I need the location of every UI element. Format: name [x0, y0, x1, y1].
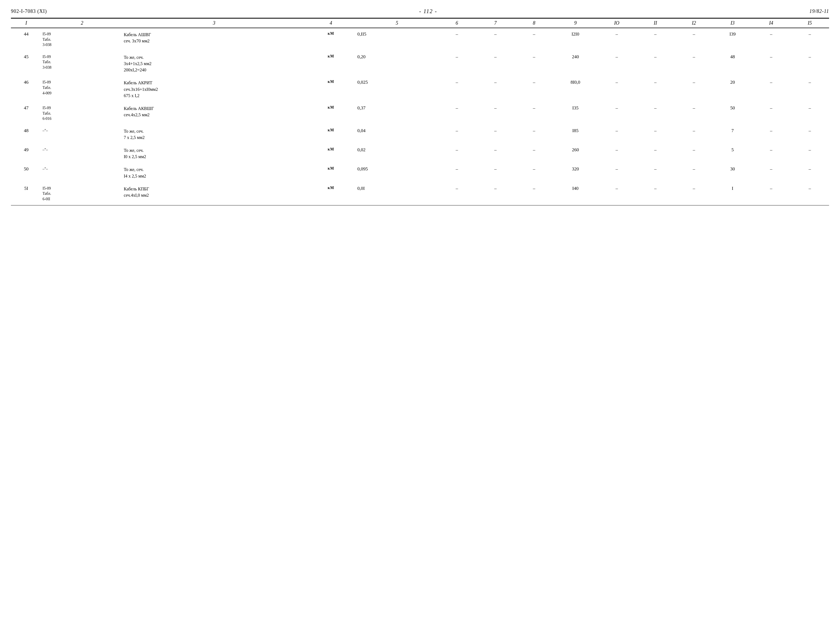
row-3-col-15: –	[791, 76, 829, 102]
table-row: 45I5-09 Табл. 3-038То же, сеч. 3x4+1x2,5…	[11, 51, 829, 77]
row-7-col-9: 320	[553, 163, 597, 182]
row-3-col-6: –	[437, 76, 476, 102]
row-7-col-4: кМ	[306, 163, 357, 182]
row-6-col-14: –	[752, 144, 791, 163]
row-6-col-6: –	[437, 144, 476, 163]
row-1-col-4: кМ	[306, 28, 357, 51]
row-1-col-3: Кабель АШВГ сеч. 3x70 мм2	[123, 28, 305, 51]
row-5-col-1: 48	[11, 125, 41, 144]
row-7-col-10: –	[597, 163, 636, 182]
row-5-col-2: –"–	[41, 125, 123, 144]
row-7-col-15: –	[791, 163, 829, 182]
row-3-col-4: кМ	[306, 76, 357, 102]
row-8-col-12: –	[674, 182, 713, 205]
row-7-col-2: –"–	[41, 163, 123, 182]
row-3-col-1: 46	[11, 76, 41, 102]
row-3-col-13: 20	[714, 76, 752, 102]
row-1-col-6: –	[437, 28, 476, 51]
row-1-col-15: –	[791, 28, 829, 51]
col-header-4: 4	[306, 19, 357, 28]
row-5-col-14: –	[752, 125, 791, 144]
table-row: 5II5-09 Табл. 6-0IIКабель КПБГ сеч.4xI,0…	[11, 182, 829, 205]
header-center: - 112 -	[419, 8, 437, 14]
row-6-col-3: То же, сеч. I0 х 2,5 мм2	[123, 144, 305, 163]
row-4-col-10: –	[597, 102, 636, 125]
table-row: 46I5-09 Табл. 4-009Кабель АКРИТ сеч.3x16…	[11, 76, 829, 102]
col-header-13: I3	[714, 19, 752, 28]
row-5-col-5: 0,04	[357, 125, 437, 144]
table-row: 44I5-09 Табл. 3-038Кабель АШВГ сеч. 3x70…	[11, 28, 829, 51]
row-4-col-4: кМ	[306, 102, 357, 125]
row-1-col-13: I39	[714, 28, 752, 51]
row-2-col-1: 45	[11, 51, 41, 77]
col-header-5: 5	[357, 19, 437, 28]
row-5-col-12: –	[674, 125, 713, 144]
row-2-col-9: 240	[553, 51, 597, 77]
row-6-col-11: –	[636, 144, 674, 163]
row-5-col-15: –	[791, 125, 829, 144]
header-row: I 2 3 4 5 6 7 8 9 IO II I2 I3 I4 I5	[11, 19, 829, 28]
col-header-1: I	[11, 19, 41, 28]
col-header-8: 8	[515, 19, 553, 28]
row-4-col-12: –	[674, 102, 713, 125]
col-header-7: 7	[476, 19, 515, 28]
row-8-col-4: кМ	[306, 182, 357, 205]
row-3-col-10: –	[597, 76, 636, 102]
row-3-col-11: –	[636, 76, 674, 102]
row-8-col-5: 0,0I	[357, 182, 437, 205]
row-2-col-14: –	[752, 51, 791, 77]
table-header: I 2 3 4 5 6 7 8 9 IO II I2 I3 I4 I5	[11, 19, 829, 28]
row-8-col-13: I	[714, 182, 752, 205]
row-8-col-10: –	[597, 182, 636, 205]
row-3-col-14: –	[752, 76, 791, 102]
row-6-col-10: –	[597, 144, 636, 163]
row-5-col-4: кМ	[306, 125, 357, 144]
row-4-col-3: Кабель АКВШГ сеч.4x2,5 мм2	[123, 102, 305, 125]
row-7-col-1: 50	[11, 163, 41, 182]
row-3-col-7: –	[476, 76, 515, 102]
row-3-col-5: 0,025	[357, 76, 437, 102]
row-1-col-8: –	[515, 28, 553, 51]
row-4-col-14: –	[752, 102, 791, 125]
row-7-col-5: 0,095	[357, 163, 437, 182]
row-4-col-15: –	[791, 102, 829, 125]
row-8-col-1: 5I	[11, 182, 41, 205]
row-2-col-11: –	[636, 51, 674, 77]
row-7-col-12: –	[674, 163, 713, 182]
row-6-col-9: 260	[553, 144, 597, 163]
row-3-col-3: Кабель АКРИТ сеч.3x16+1xI0мм2 675 х I,2	[123, 76, 305, 102]
col-header-14: I4	[752, 19, 791, 28]
row-8-col-3: Кабель КПБГ сеч.4xI,0 мм2	[123, 182, 305, 205]
row-6-col-5: 0,02	[357, 144, 437, 163]
row-4-col-11: –	[636, 102, 674, 125]
row-1-col-10: –	[597, 28, 636, 51]
row-1-col-12: –	[674, 28, 713, 51]
row-8-col-2: I5-09 Табл. 6-0II	[41, 182, 123, 205]
row-4-col-9: I35	[553, 102, 597, 125]
row-6-col-1: 49	[11, 144, 41, 163]
row-3-col-12: –	[674, 76, 713, 102]
row-1-col-11: –	[636, 28, 674, 51]
table-row: 47I5-09 Табл. 6-016Кабель АКВШГ сеч.4x2,…	[11, 102, 829, 125]
row-6-col-15: –	[791, 144, 829, 163]
row-6-col-7: –	[476, 144, 515, 163]
row-5-col-7: –	[476, 125, 515, 144]
row-6-col-8: –	[515, 144, 553, 163]
row-2-col-10: –	[597, 51, 636, 77]
main-table-container: I 2 3 4 5 6 7 8 9 IO II I2 I3 I4 I5 44I5…	[11, 18, 829, 205]
row-7-col-3: То же, сеч. I4 х 2,5 мм2	[123, 163, 305, 182]
row-4-col-1: 47	[11, 102, 41, 125]
header-right: 19/82-11	[809, 8, 829, 14]
row-8-col-9: I40	[553, 182, 597, 205]
table-row: 49–"–То же, сеч. I0 х 2,5 мм2кМ0,02–––26…	[11, 144, 829, 163]
row-2-col-8: –	[515, 51, 553, 77]
row-2-col-15: –	[791, 51, 829, 77]
row-2-col-5: 0,20	[357, 51, 437, 77]
header-left: 902-I-7083 (XI)	[11, 8, 47, 14]
row-2-col-13: 48	[714, 51, 752, 77]
row-1-col-14: –	[752, 28, 791, 51]
row-7-col-11: –	[636, 163, 674, 182]
row-4-col-8: –	[515, 102, 553, 125]
row-7-col-6: –	[437, 163, 476, 182]
row-2-col-12: –	[674, 51, 713, 77]
